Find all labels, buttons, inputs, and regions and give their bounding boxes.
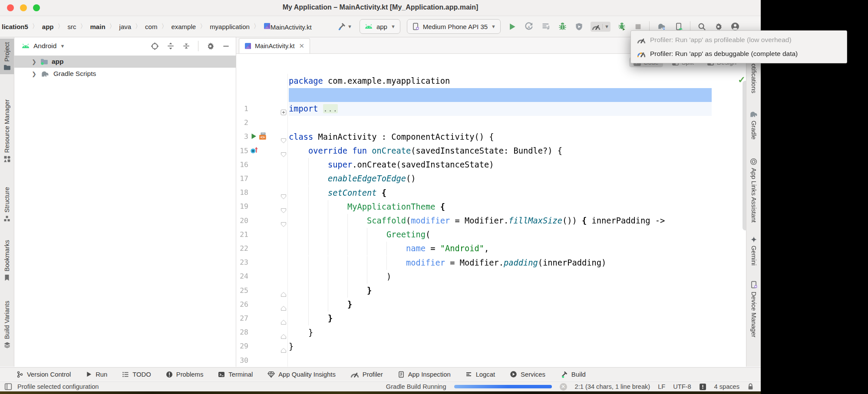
code-line-16[interactable]: 16 <> class MainActivity : ComponentActi…: [236, 130, 746, 144]
tree-item-gradle-scripts[interactable]: ❯ Gradle Scripts: [14, 68, 236, 80]
breadcrumb-item[interactable]: src: [67, 22, 77, 31]
expand-all-icon[interactable]: [167, 42, 175, 50]
indent-guide: [308, 242, 309, 256]
screen: My Application – MainActivity.kt [My_App…: [0, 0, 868, 394]
tool-stripe-bookmarks[interactable]: Bookmarks: [0, 240, 14, 281]
tool-window-problems[interactable]: Problems: [166, 371, 204, 378]
lock-icon[interactable]: [747, 383, 754, 391]
run-button[interactable]: [507, 20, 517, 33]
code-line-20[interactable]: 20 setContent {: [236, 186, 746, 200]
tool-window-services[interactable]: Services: [510, 371, 545, 378]
caret-position[interactable]: 2:1 (34 chars, 1 line break): [575, 383, 650, 390]
tool-stripe-resource-manager[interactable]: Resource Manager: [0, 99, 14, 163]
tool-window-widget-icon[interactable]: [4, 383, 12, 391]
apply-changes-restart-button[interactable]: A: [524, 20, 534, 33]
editor-scrollbar[interactable]: [743, 81, 746, 230]
tool-stripe-structure[interactable]: Structure: [0, 187, 14, 222]
breadcrumb-item[interactable]: myapplication: [209, 22, 251, 31]
indent-guide: [308, 158, 309, 172]
code-line-26[interactable]: 26 ): [236, 270, 746, 284]
breadcrumb-item[interactable]: MainActivity.kt: [263, 22, 313, 32]
line-separator[interactable]: LF: [658, 383, 665, 390]
tool-window-app-inspection[interactable]: App Inspection: [398, 371, 451, 378]
run-configuration-select[interactable]: app ▼: [360, 19, 400, 34]
code-line-2[interactable]: 2: [236, 88, 746, 102]
tool-window-logcat[interactable]: Logcat: [465, 371, 495, 378]
tool-window-profiler[interactable]: Profiler: [350, 371, 383, 378]
tree-item-app[interactable]: ❯ app: [14, 56, 236, 68]
apply-code-changes-button[interactable]: [541, 20, 551, 33]
hide-panel-icon[interactable]: [222, 43, 230, 50]
tool-window-version-control[interactable]: Version Control: [17, 371, 71, 378]
indent-guide: [386, 242, 387, 256]
tool-window-build[interactable]: Build: [560, 371, 586, 378]
breadcrumb-item[interactable]: lication5: [1, 22, 29, 31]
tool-stripe-notifications[interactable]: Notifications: [746, 59, 761, 93]
breadcrumb-item[interactable]: com: [144, 22, 158, 31]
tool-window-app-quality-insights[interactable]: App Quality Insights: [267, 371, 336, 378]
tool-stripe-project[interactable]: Project: [0, 39, 14, 74]
indent-setting[interactable]: 4 spaces: [714, 383, 739, 390]
notification-icon[interactable]: [699, 383, 706, 391]
code-line-22[interactable]: 22 Scaffold(modifier = Modifier.fillMaxS…: [236, 214, 746, 228]
code-line-19[interactable]: 19 enableEdgeToEdge(): [236, 172, 746, 186]
chevron-right-icon[interactable]: ❯: [32, 59, 37, 65]
code-line-24[interactable]: 24 name = "Android",: [236, 242, 746, 256]
locate-file-icon[interactable]: [151, 42, 159, 50]
code-line-23[interactable]: 23 Greeting(: [236, 228, 746, 242]
debug-button[interactable]: [558, 20, 568, 33]
indent-guide: [347, 284, 348, 298]
code-line-17[interactable]: 17 override fun onCreate(savedInstanceSt…: [236, 144, 746, 158]
build-button[interactable]: ▼: [337, 20, 353, 33]
tool-stripe-build-variants[interactable]: Build Variants: [0, 301, 14, 348]
code-line-3[interactable]: 3 import ...: [236, 102, 746, 116]
code-line-32[interactable]: 32: [236, 354, 746, 367]
collapse-all-icon[interactable]: [182, 42, 190, 50]
run-gutter-icon[interactable]: [250, 132, 257, 140]
code-area[interactable]: 1 package com.example.myapplication 2 3 …: [236, 37, 746, 367]
breadcrumb-item[interactable]: app: [41, 22, 55, 31]
breadcrumb-item[interactable]: main: [89, 22, 106, 31]
code-line-21[interactable]: 21 MyApplicationTheme {: [236, 200, 746, 214]
profiler-menu-item[interactable]: Profiler: Run 'app' as profileable (low …: [631, 33, 847, 47]
tool-window-terminal[interactable]: Terminal: [218, 371, 253, 378]
tool-window-run[interactable]: Run: [86, 371, 107, 378]
profiler-menu-item[interactable]: Profiler: Run 'app' as debuggable (compl…: [631, 47, 847, 61]
build-status-text[interactable]: Gradle Build Running: [386, 383, 446, 390]
code-line-28[interactable]: 28 }: [236, 298, 746, 312]
file-encoding[interactable]: UTF-8: [673, 383, 691, 390]
tool-window-todo[interactable]: TODO: [122, 371, 151, 378]
apply-changes-icon: A: [525, 22, 533, 31]
tool-stripe-gradle[interactable]: Gradle: [746, 110, 761, 140]
indent-guide: [308, 200, 309, 214]
code-line-27[interactable]: 27 }: [236, 284, 746, 298]
tool-stripe-device-manager[interactable]: Device Manager: [746, 280, 761, 338]
status-left: Profile selected configuration: [4, 383, 99, 391]
chevron-right-icon[interactable]: ❯: [32, 71, 37, 77]
indent-guide: [328, 242, 328, 256]
breadcrumb-item[interactable]: example: [170, 22, 197, 31]
code-line-25[interactable]: 25 modifier = Modifier.padding(innerPadd…: [236, 256, 746, 270]
code-line-1[interactable]: 1 package com.example.myapplication: [236, 74, 746, 88]
profiler-dropdown-arrow[interactable]: ▼: [602, 24, 609, 29]
code-line-30[interactable]: 30 }: [236, 326, 746, 340]
profiler-dropdown-menu: Profiler: Run 'app' as profileable (low …: [630, 30, 847, 63]
cancel-build-icon[interactable]: ✕: [560, 383, 567, 391]
code-line-15[interactable]: 15: [236, 116, 746, 130]
tool-stripe-gemini[interactable]: Gemini: [746, 236, 761, 266]
device-select[interactable]: Medium Phone API 35 ▼: [407, 19, 501, 34]
avatar-icon: [731, 22, 739, 31]
profiler-gauge-icon: [592, 23, 601, 30]
right-tool-stripe: Notifications Gradle App Links Assistant…: [746, 37, 761, 367]
code-line-31[interactable]: 31 }: [236, 340, 746, 354]
breadcrumb-item[interactable]: java: [119, 22, 132, 31]
code-line-29[interactable]: 29 }: [236, 312, 746, 325]
tool-stripe-app-links-assistant[interactable]: App Links Assistant: [746, 158, 761, 223]
breadcrumb-separator: 〉: [32, 23, 38, 30]
attach-debugger-button[interactable]: [617, 20, 627, 33]
code-line-18[interactable]: 18 super.onCreate(savedInstanceState): [236, 158, 746, 172]
project-view-select[interactable]: Android ▼: [21, 42, 65, 50]
profiler-button[interactable]: ▼: [591, 22, 611, 32]
profile-low-overhead-button[interactable]: [574, 20, 584, 33]
panel-gear-icon[interactable]: [206, 42, 215, 50]
